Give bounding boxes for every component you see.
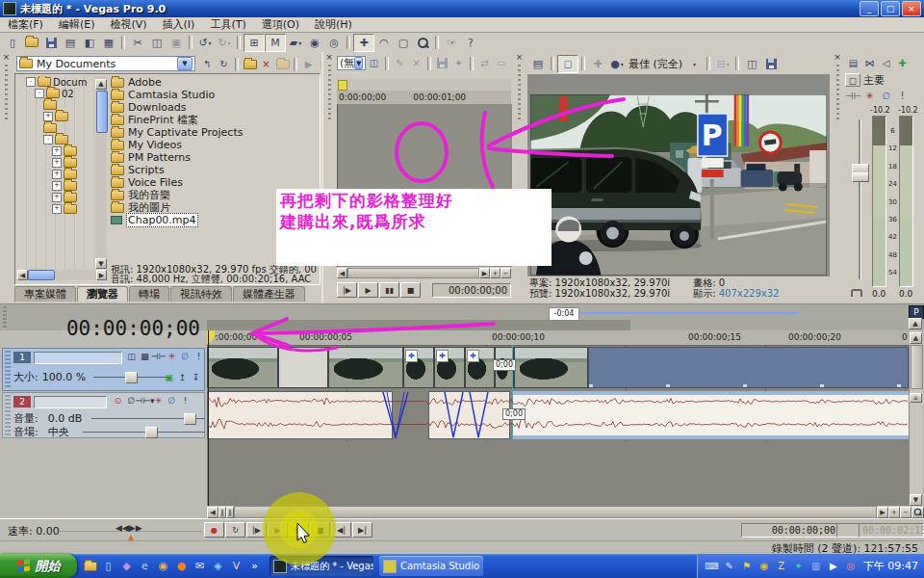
file-item[interactable]: My Videos	[109, 139, 318, 151]
vscroll-thumb[interactable]	[911, 345, 923, 389]
new-folder-icon[interactable]	[242, 57, 258, 71]
automation-icon[interactable]: ⊣⊢▾	[139, 395, 151, 407]
downmix-icon[interactable]: ⋈	[861, 56, 878, 70]
tab-瀏覽器[interactable]: 瀏覽器	[77, 286, 128, 302]
menu-item-4[interactable]: 工具(T)	[202, 17, 253, 32]
zoom-out-icon[interactable]: −	[500, 268, 511, 278]
envelope-edit-tool-icon[interactable]: ◠	[374, 35, 394, 51]
file-item[interactable]: Camtasia Studio	[109, 89, 318, 101]
save-markers-icon[interactable]	[434, 56, 450, 70]
tree-node-6[interactable]: +	[17, 145, 94, 157]
timeline-time-display[interactable]: 00:00:00;00	[8, 317, 200, 340]
tree-node-1[interactable]: -02	[17, 88, 94, 99]
scroll-down-icon[interactable]: ▼	[95, 258, 107, 269]
copy-frame-icon[interactable]: ◫	[742, 56, 761, 72]
tree-node-10[interactable]: +	[17, 192, 94, 203]
automatic-crossfades-icon[interactable]: M	[265, 34, 286, 52]
redo-icon[interactable]: ↻▾	[215, 35, 234, 51]
cursor-time-display[interactable]: 00:00:00;00	[741, 523, 839, 538]
tab-轉場[interactable]: 轉場	[129, 286, 169, 302]
volume-slider-thumb[interactable]	[184, 413, 196, 425]
pan-slider-track[interactable]	[83, 432, 205, 433]
dim-output-icon[interactable]: ◁	[878, 56, 894, 70]
timeline-canvas[interactable]: 0:00:00;0000:00:00;0500:00:00;1000:00:00…	[207, 330, 910, 506]
video-event[interactable]	[514, 347, 588, 388]
menu-item-3[interactable]: 插入(I)	[155, 17, 203, 32]
menu-item-5[interactable]: 選項(O)	[254, 17, 307, 32]
edge-trim-handle[interactable]: ‖	[218, 507, 226, 518]
shuttle-handle[interactable]: ◀◀▶▶	[116, 523, 142, 533]
track-motion-icon[interactable]: ◫	[125, 351, 138, 362]
tray-shield-icon[interactable]: ◉	[757, 559, 772, 574]
zoom-out-icon[interactable]: −	[900, 507, 911, 518]
tree-node-11[interactable]: +	[17, 203, 94, 215]
tray-pen-icon[interactable]: ✎	[722, 559, 737, 574]
video-event[interactable]	[207, 347, 278, 388]
chevron-down-icon[interactable]: ▼	[177, 57, 192, 70]
hscroll-thumb[interactable]	[234, 506, 877, 518]
scroll-right-icon[interactable]: ▶	[479, 268, 490, 278]
tab-媒體產生器[interactable]: 媒體產生器	[233, 286, 305, 302]
master-fader-track[interactable]	[859, 119, 861, 279]
timeline-vertical-scrollbar[interactable]: ▲ ≡ ▼	[910, 330, 922, 506]
loop-region-bar[interactable]	[207, 320, 630, 330]
file-item[interactable]: Scripts	[109, 164, 318, 176]
auto-ripple-icon[interactable]: ▰▾	[286, 35, 305, 51]
chevron-down-icon[interactable]: ▾	[684, 56, 704, 72]
expand-icon[interactable]: +	[52, 204, 62, 214]
close-panel-icon[interactable]: ×	[513, 52, 526, 62]
minimize-button[interactable]: _	[860, 1, 879, 16]
overlay-grid-icon[interactable]: ⊟▾	[713, 56, 732, 72]
video-event[interactable]: ✚	[403, 347, 434, 388]
master-fader-left[interactable]	[852, 164, 867, 171]
plugin-button[interactable]: P	[909, 305, 924, 319]
favorites-icon[interactable]	[274, 57, 291, 71]
play-from-start-button[interactable]: |▶	[246, 522, 267, 538]
transition-icon[interactable]: ✚	[405, 350, 418, 362]
refresh-icon[interactable]: ↻	[216, 57, 232, 71]
loop-playback-button[interactable]: ↻	[225, 522, 245, 538]
ignore-event-grouping-icon[interactable]: ◎	[324, 35, 344, 51]
gear-icon[interactable]: ✳	[152, 395, 165, 407]
tree-node-7[interactable]: +	[17, 157, 94, 169]
make-parent-icon[interactable]: ↥	[176, 372, 189, 383]
mute-icon[interactable]: ∅	[166, 395, 178, 407]
quick-firefox-icon[interactable]: ●	[173, 558, 190, 574]
timeline-horizontal-scrollbar[interactable]: ◀ ‖ ‖ ▶ + −	[207, 506, 924, 518]
project-properties-icon[interactable]: ▤	[61, 35, 80, 51]
timeline-ruler[interactable]: 0:00:00;0000:00:00;0500:00:00;1000:00:00…	[207, 330, 910, 346]
lock-envelopes-icon[interactable]: ◉	[305, 35, 324, 51]
restore-button[interactable]: □	[881, 1, 900, 16]
address-combo[interactable]: My Documents ▼	[16, 56, 195, 71]
track-fx-icon[interactable]: ▩	[139, 351, 151, 362]
remove-media-icon[interactable]: ×	[408, 56, 424, 70]
automation-icon[interactable]: ⊣⊢	[845, 89, 861, 103]
external-monitor-icon[interactable]: ◻	[557, 55, 578, 73]
video-event-empty[interactable]	[278, 347, 328, 388]
solo-icon[interactable]: !	[192, 351, 205, 362]
marker-tag[interactable]: -0:04	[549, 307, 579, 321]
zoom-edit-tool-icon[interactable]	[413, 35, 432, 51]
show-audio-video-icon[interactable]: ⇄	[476, 56, 493, 70]
expand-icon[interactable]: +	[52, 181, 62, 191]
menu-item-6[interactable]: 說明(H)	[307, 17, 360, 32]
close-button[interactable]: ×	[902, 1, 921, 16]
edge-trim-handle[interactable]: ‖	[226, 507, 234, 518]
folder-tree[interactable]: -Docum-02+-++++++	[17, 76, 94, 269]
quick-document-icon[interactable]: ▯	[100, 558, 116, 574]
tray-zonealarm-icon[interactable]: Z	[774, 559, 789, 574]
drag-handle[interactable]	[3, 306, 7, 329]
trimmer-history-icon[interactable]: ◫	[366, 56, 382, 70]
expand-icon[interactable]: +	[52, 193, 62, 202]
trimmer-preset-combo[interactable]: (無 ▼	[337, 56, 366, 70]
gear-icon[interactable]: ✳	[166, 351, 178, 362]
start-preview-icon[interactable]: ▶	[300, 57, 317, 71]
collapse-icon[interactable]: -	[35, 89, 44, 98]
explorer-grip[interactable]: ×	[0, 52, 13, 303]
file-item[interactable]: My Captivate Projects	[109, 126, 318, 139]
title-bar[interactable]: 未標題的 * - Vegas Pro 9.0 _ □ ×	[0, 0, 924, 17]
menu-item-2[interactable]: 檢視(V)	[102, 17, 154, 32]
tab-專案媒體[interactable]: 專案媒體	[14, 286, 76, 302]
audio-track-name-field[interactable]	[34, 396, 107, 408]
menu-item-1[interactable]: 編輯(E)	[51, 17, 103, 32]
